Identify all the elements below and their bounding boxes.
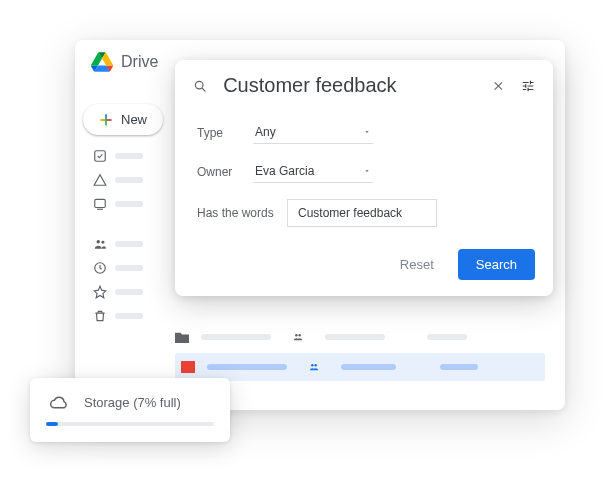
cloud-icon [46,392,72,412]
storage-progress-fill [46,422,58,426]
filter-row-words: Has the words [197,199,531,227]
words-label: Has the words [197,206,287,220]
star-icon [93,285,107,299]
app-title: Drive [121,53,158,71]
svg-rect-1 [95,199,106,207]
file-type-icon [181,361,195,373]
shared-icon [291,332,305,342]
storage-text: Storage (7% full) [84,395,181,410]
nav-label-placeholder [115,241,143,247]
filter-row-type: Type Any [197,121,531,144]
search-icon [193,76,207,96]
svg-line-11 [202,88,205,91]
people-icon [93,237,107,251]
nav-label-placeholder [115,289,143,295]
words-input[interactable] [287,199,437,227]
nav-label-placeholder [115,201,143,207]
type-label: Type [197,126,253,140]
nav-item-priority[interactable] [93,149,147,163]
chevron-down-icon [363,167,371,175]
search-bar [175,60,553,111]
new-button[interactable]: New [83,104,163,135]
type-value: Any [255,125,276,139]
sidebar: New [75,92,155,335]
list-row-selected[interactable] [175,353,545,381]
svg-point-3 [97,240,101,244]
svg-point-10 [195,81,203,89]
drive-logo-icon [91,52,113,72]
chevron-down-icon [363,128,371,136]
svg-point-6 [295,334,298,337]
triangle-icon [93,173,107,187]
nav-item-shared[interactable] [93,237,147,251]
owner-placeholder [325,334,385,340]
trash-icon [93,309,107,323]
owner-placeholder [341,364,396,370]
search-button[interactable]: Search [458,249,535,280]
new-button-label: New [121,112,147,127]
type-dropdown[interactable]: Any [253,121,373,144]
nav-label-placeholder [115,177,143,183]
svg-point-8 [311,364,314,367]
clock-icon [93,261,107,275]
list-row[interactable] [175,325,545,349]
svg-point-9 [314,364,317,367]
filter-row-owner: Owner Eva Garcia [197,160,531,183]
reset-button[interactable]: Reset [386,249,448,280]
svg-point-7 [298,334,301,337]
date-placeholder [427,334,467,340]
nav-item-my-drive[interactable] [93,173,147,187]
nav-item-recent[interactable] [93,261,147,275]
folder-icon [175,331,189,343]
filename-placeholder [207,364,287,370]
tune-icon[interactable] [521,76,535,96]
file-list [175,325,545,381]
filename-placeholder [201,334,271,340]
devices-icon [93,197,107,211]
check-square-icon [93,149,107,163]
owner-dropdown[interactable]: Eva Garcia [253,160,373,183]
svg-point-4 [101,241,104,244]
storage-progress [46,422,214,426]
nav-label-placeholder [115,153,143,159]
search-filters: Type Any Owner Eva Garcia Has the words [175,111,553,227]
owner-label: Owner [197,165,253,179]
plus-icon [99,113,113,127]
close-icon[interactable] [492,77,505,95]
search-input[interactable] [223,74,476,97]
nav-item-trash[interactable] [93,309,147,323]
search-actions: Reset Search [175,243,553,280]
date-placeholder [440,364,478,370]
nav-list [83,149,147,323]
nav-label-placeholder [115,265,143,271]
search-panel: Type Any Owner Eva Garcia Has the words … [175,60,553,296]
storage-card[interactable]: Storage (7% full) [30,378,230,442]
shared-icon [307,362,321,372]
storage-row: Storage (7% full) [46,392,214,412]
nav-label-placeholder [115,313,143,319]
nav-item-starred[interactable] [93,285,147,299]
owner-value: Eva Garcia [255,164,314,178]
svg-rect-0 [95,151,106,162]
nav-item-computers[interactable] [93,197,147,211]
